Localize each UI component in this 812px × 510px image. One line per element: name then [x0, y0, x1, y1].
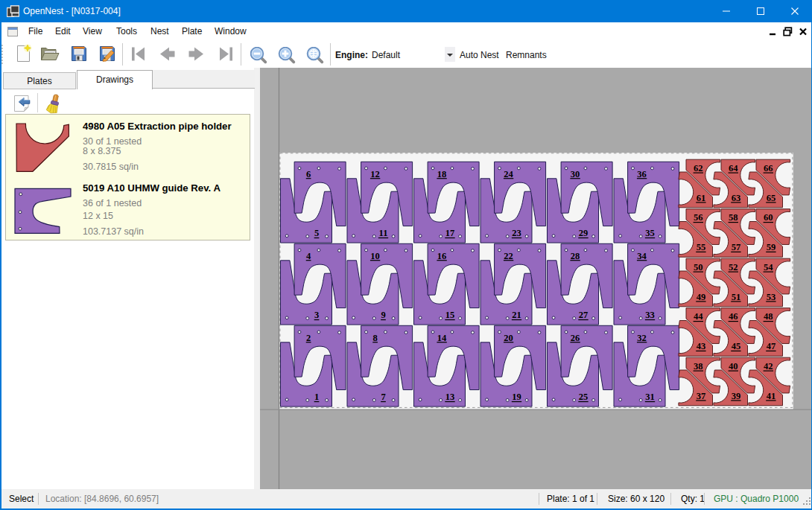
svg-text:59: 59	[767, 242, 776, 252]
svg-text:62: 62	[694, 163, 703, 173]
svg-text:41: 41	[767, 391, 776, 401]
svg-text:12: 12	[370, 169, 380, 179]
svg-text:25: 25	[579, 392, 589, 402]
svg-text:58: 58	[729, 212, 738, 223]
svg-text:24: 24	[504, 169, 513, 179]
svg-text:61: 61	[697, 193, 706, 203]
svg-text:33: 33	[645, 310, 655, 320]
svg-text:60: 60	[764, 212, 773, 223]
svg-text:5: 5	[314, 228, 319, 238]
svg-text:44: 44	[694, 311, 703, 322]
svg-text:55: 55	[697, 242, 706, 252]
svg-text:32: 32	[637, 333, 647, 343]
svg-text:10: 10	[370, 251, 380, 261]
svg-text:54: 54	[764, 262, 773, 272]
svg-text:43: 43	[697, 341, 706, 351]
svg-text:13: 13	[445, 392, 455, 402]
svg-text:42: 42	[764, 361, 773, 372]
svg-text:14: 14	[437, 333, 447, 343]
svg-text:27: 27	[579, 310, 589, 320]
svg-text:3: 3	[314, 310, 319, 320]
svg-text:11: 11	[379, 228, 388, 238]
svg-text:40: 40	[729, 361, 738, 372]
svg-text:29: 29	[579, 228, 589, 238]
svg-text:7: 7	[381, 392, 385, 402]
svg-text:56: 56	[694, 212, 703, 223]
svg-text:28: 28	[571, 251, 580, 261]
svg-text:38: 38	[694, 361, 703, 372]
svg-text:15: 15	[445, 310, 455, 320]
svg-text:30: 30	[571, 169, 580, 179]
svg-text:23: 23	[512, 228, 521, 238]
svg-text:65: 65	[767, 193, 776, 203]
svg-text:21: 21	[512, 310, 521, 320]
svg-text:1: 1	[314, 392, 319, 402]
svg-text:26: 26	[571, 333, 580, 343]
svg-text:53: 53	[767, 292, 776, 302]
svg-text:46: 46	[729, 311, 738, 322]
svg-text:18: 18	[437, 169, 447, 179]
svg-text:16: 16	[437, 251, 447, 261]
svg-text:37: 37	[697, 391, 706, 401]
svg-text:45: 45	[732, 341, 741, 351]
svg-text:57: 57	[732, 242, 741, 252]
svg-text:50: 50	[694, 262, 703, 272]
svg-text:8: 8	[372, 333, 377, 343]
svg-text:35: 35	[645, 228, 655, 238]
svg-text:20: 20	[504, 333, 513, 343]
svg-text:4: 4	[306, 251, 311, 261]
svg-text:31: 31	[645, 392, 655, 402]
svg-text:9: 9	[381, 310, 385, 320]
svg-text:66: 66	[764, 163, 773, 173]
svg-text:22: 22	[504, 251, 513, 261]
svg-text:49: 49	[697, 292, 706, 302]
svg-text:19: 19	[512, 392, 521, 402]
svg-text:51: 51	[732, 292, 741, 302]
svg-text:64: 64	[729, 163, 738, 173]
svg-text:36: 36	[637, 169, 647, 179]
svg-text:48: 48	[764, 311, 773, 322]
svg-text:63: 63	[732, 193, 741, 203]
svg-text:34: 34	[637, 251, 647, 261]
svg-text:2: 2	[306, 333, 311, 343]
svg-text:6: 6	[306, 169, 311, 179]
svg-text:39: 39	[732, 391, 741, 401]
svg-text:52: 52	[729, 262, 738, 272]
svg-text:47: 47	[767, 341, 776, 351]
svg-text:17: 17	[445, 228, 455, 238]
